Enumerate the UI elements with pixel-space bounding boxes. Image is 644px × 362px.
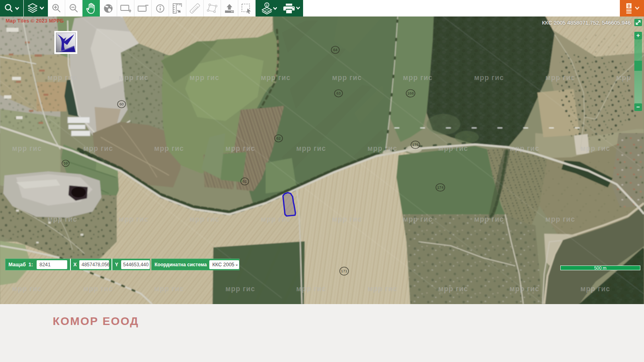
svg-text:59: 59 <box>64 161 68 165</box>
svg-text:64: 64 <box>333 47 338 52</box>
svg-text:171: 171 <box>341 269 347 273</box>
svg-text:174: 174 <box>437 185 444 189</box>
svg-text:168: 168 <box>407 91 414 95</box>
svg-text:176: 176 <box>412 142 419 147</box>
svg-text:62: 62 <box>277 136 281 140</box>
svg-text:63: 63 <box>336 91 341 95</box>
svg-text:0: 0 <box>628 4 630 8</box>
svg-text:61: 61 <box>243 179 247 183</box>
svg-text:60: 60 <box>120 102 124 106</box>
